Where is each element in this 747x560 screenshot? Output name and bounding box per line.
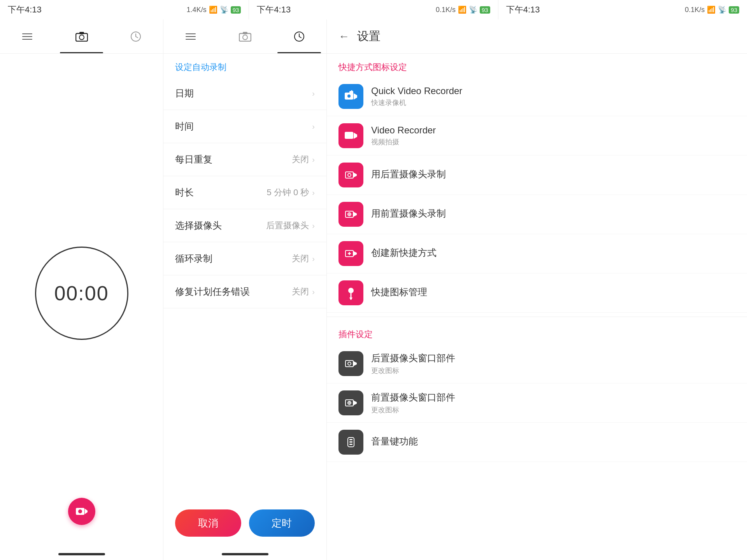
panel2-tabbar bbox=[163, 19, 326, 54]
volume-key-name: 音量键功能 bbox=[371, 435, 735, 448]
tab2-menu[interactable] bbox=[163, 19, 218, 53]
camera-icon-2 bbox=[239, 32, 251, 42]
create-shortcut-icon bbox=[338, 241, 363, 266]
panel2-footer: 取消 定时 bbox=[163, 502, 326, 548]
status-section-3: 下午4:13 0.1K/s 📶 📡 93 bbox=[498, 0, 747, 19]
rear-widget-name: 后置摄像头窗口部件 bbox=[371, 352, 735, 364]
status-section-2: 下午4:13 0.1K/s 📶 📡 93 bbox=[249, 0, 498, 19]
quick-video-sub: 快速录像机 bbox=[371, 98, 735, 107]
panel1-tabbar bbox=[0, 19, 163, 54]
tab-camera[interactable] bbox=[54, 19, 109, 53]
front-widget-text: 前置摄像头窗口部件 更改图标 bbox=[371, 391, 735, 415]
signal-icon-3: 📶 bbox=[707, 5, 715, 14]
timer-display: 00:00 bbox=[54, 282, 109, 305]
svg-line-14 bbox=[299, 37, 301, 38]
panel-camera: 00:00 bbox=[0, 19, 163, 560]
record-button[interactable] bbox=[68, 498, 95, 525]
schedule-camera-item[interactable]: 选择摄像头 后置摄像头 › bbox=[163, 209, 326, 242]
front-camera-name: 用前置摄像头录制 bbox=[371, 207, 735, 220]
schedule-fix-item[interactable]: 修复计划任务错误 关闭 › bbox=[163, 275, 326, 308]
svg-marker-42 bbox=[354, 401, 357, 405]
schedule-camera-label: 选择摄像头 bbox=[175, 219, 222, 232]
video-recorder-sub: 视频拍摄 bbox=[371, 137, 735, 147]
shortcut-manage[interactable]: 快捷图标管理 bbox=[327, 273, 747, 313]
schedule-repeat-label: 每日重复 bbox=[175, 153, 212, 166]
svg-marker-37 bbox=[349, 298, 352, 300]
video-recorder-text: Video Recorder 视频拍摄 bbox=[371, 125, 735, 147]
svg-point-35 bbox=[348, 288, 354, 293]
back-button[interactable]: ← bbox=[338, 30, 349, 43]
chevron-time: › bbox=[312, 122, 315, 131]
svg-marker-16 bbox=[354, 93, 357, 100]
clock-icon-2 bbox=[294, 31, 305, 42]
schedule-date-item[interactable]: 日期 › bbox=[163, 77, 326, 110]
home-indicator-1 bbox=[58, 553, 105, 555]
schedule-duration-val: 5 分钟 0 秒 bbox=[267, 187, 309, 198]
speed-2: 0.1K/s bbox=[436, 6, 456, 14]
battery-3: 93 bbox=[729, 6, 739, 14]
plugin-volume-key[interactable]: 音量键功能 bbox=[327, 423, 747, 462]
tab-clock[interactable] bbox=[109, 19, 163, 53]
svg-rect-49 bbox=[349, 444, 352, 445]
section-divider bbox=[327, 317, 747, 317]
wifi-icon-3: 📡 bbox=[718, 5, 726, 14]
svg-rect-2 bbox=[79, 32, 84, 34]
timer-circle: 00:00 bbox=[35, 247, 128, 340]
manage-icon bbox=[338, 280, 363, 305]
manage-name: 快捷图标管理 bbox=[371, 286, 735, 298]
shortcut-video-recorder[interactable]: Video Recorder 视频拍摄 bbox=[327, 116, 747, 156]
svg-point-40 bbox=[348, 362, 351, 365]
rear-widget-sub: 更改图标 bbox=[371, 366, 735, 375]
chevron-camera: › bbox=[312, 221, 315, 230]
cancel-button[interactable]: 取消 bbox=[175, 509, 241, 537]
front-widget-icon bbox=[338, 390, 363, 415]
schedule-section-title: 设定自动录制 bbox=[163, 54, 326, 77]
schedule-duration-label: 时长 bbox=[175, 186, 194, 199]
schedule-time-label: 时间 bbox=[175, 120, 194, 133]
tab2-camera[interactable] bbox=[218, 19, 272, 53]
schedule-loop-item[interactable]: 循环录制 关闭 › bbox=[163, 242, 326, 275]
tab2-clock[interactable] bbox=[272, 19, 326, 53]
shortcut-rear-camera[interactable]: 用后置摄像头录制 bbox=[327, 156, 747, 195]
section-plugins-label: 插件设定 bbox=[327, 321, 747, 344]
hamburger-icon bbox=[19, 30, 35, 43]
volume-key-text: 音量键功能 bbox=[371, 435, 735, 449]
svg-marker-32 bbox=[354, 251, 357, 256]
volume-key-icon bbox=[338, 430, 363, 455]
svg-rect-48 bbox=[349, 441, 352, 443]
rear-camera-icon bbox=[338, 163, 363, 187]
schedule-repeat-item[interactable]: 每日重复 关闭 › bbox=[163, 143, 326, 176]
plugin-rear-widget[interactable]: 后置摄像头窗口部件 更改图标 bbox=[327, 344, 747, 383]
camera-icon bbox=[75, 32, 88, 42]
panel1-bottom bbox=[0, 548, 163, 560]
svg-point-1 bbox=[79, 35, 84, 40]
status-icons-1: 1.4K/s 📶 📡 93 bbox=[187, 5, 241, 14]
settings-title: 设置 bbox=[357, 28, 381, 44]
shortcut-create[interactable]: 创建新快捷方式 bbox=[327, 234, 747, 273]
front-widget-sub: 更改图标 bbox=[371, 405, 735, 415]
svg-marker-27 bbox=[354, 212, 357, 217]
manage-text: 快捷图标管理 bbox=[371, 286, 735, 300]
schedule-settings-list: 日期 › 时间 › 每日重复 关闭 › 时长 bbox=[163, 77, 326, 502]
tab-menu[interactable] bbox=[0, 19, 54, 53]
rear-camera-name: 用后置摄像头录制 bbox=[371, 168, 735, 180]
rear-camera-text: 用后置摄像头录制 bbox=[371, 168, 735, 182]
create-shortcut-name: 创建新快捷方式 bbox=[371, 247, 735, 259]
schedule-time-value: › bbox=[312, 122, 315, 131]
plugin-front-widget[interactable]: 前置摄像头窗口部件 更改图标 bbox=[327, 383, 747, 423]
schedule-duration-item[interactable]: 时长 5 分钟 0 秒 › bbox=[163, 176, 326, 209]
shortcut-quick-video[interactable]: Quick Video Recorder 快速录像机 bbox=[327, 77, 747, 116]
status-section-1: 下午4:13 1.4K/s 📶 📡 93 bbox=[0, 0, 249, 19]
time-3: 下午4:13 bbox=[506, 4, 540, 16]
schedule-time-item[interactable]: 时间 › bbox=[163, 110, 326, 143]
chevron-date: › bbox=[312, 89, 315, 98]
svg-marker-7 bbox=[85, 509, 88, 514]
schedule-loop-label: 循环录制 bbox=[175, 252, 212, 265]
section-shortcuts-label: 快捷方式图标设定 bbox=[327, 54, 747, 77]
svg-rect-21 bbox=[345, 132, 353, 139]
svg-line-5 bbox=[136, 37, 138, 38]
speed-1: 1.4K/s bbox=[187, 6, 207, 14]
quick-video-icon bbox=[338, 84, 363, 109]
shortcut-front-camera[interactable]: 用前置摄像头录制 bbox=[327, 195, 747, 234]
confirm-button[interactable]: 定时 bbox=[249, 509, 315, 537]
